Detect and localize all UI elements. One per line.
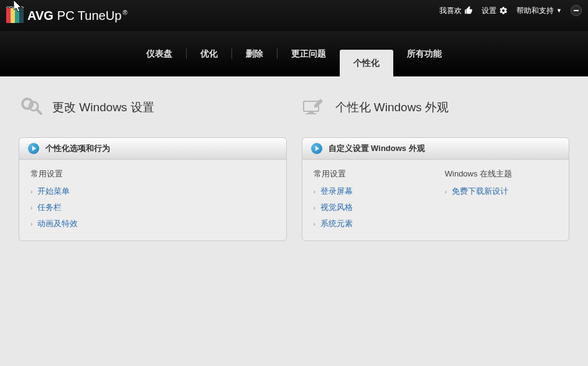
navbar: 仪表盘 优化 删除 更正问题 个性化 所有功能 bbox=[0, 31, 588, 76]
svg-rect-2 bbox=[15, 8, 19, 23]
minimize-icon bbox=[574, 10, 579, 11]
right-section-title: 个性化 Windows 外观 bbox=[335, 99, 449, 116]
play-icon bbox=[311, 143, 322, 154]
play-icon bbox=[28, 143, 39, 154]
link-start-menu[interactable]: ›开始菜单 bbox=[30, 186, 275, 197]
link-visual-style[interactable]: ›视觉风格 bbox=[314, 202, 426, 213]
chevron-right-icon: › bbox=[30, 221, 32, 227]
link-free-download[interactable]: ›免费下载新设计 bbox=[445, 186, 558, 197]
left-section-title: 更改 Windows 设置 bbox=[52, 99, 154, 116]
link-login-screen[interactable]: ›登录屏幕 bbox=[314, 186, 426, 197]
gear-search-icon bbox=[19, 95, 44, 120]
like-label: 我喜欢 bbox=[439, 6, 462, 16]
chevron-right-icon: › bbox=[314, 204, 315, 211]
left-panel-title: 个性化选项和行为 bbox=[45, 143, 110, 154]
left-panel-header[interactable]: 个性化选项和行为 bbox=[19, 138, 286, 160]
avg-logo-icon bbox=[6, 6, 24, 25]
right-subheading-left: 常用设置 bbox=[314, 168, 426, 180]
chevron-right-icon: › bbox=[30, 188, 32, 195]
thumbs-up-icon bbox=[464, 6, 473, 15]
left-subheading: 常用设置 bbox=[30, 168, 275, 180]
svg-rect-0 bbox=[6, 8, 11, 23]
brand-product: PC TuneUp® bbox=[57, 9, 128, 23]
brand-avg: AVG bbox=[27, 9, 54, 23]
monitor-brush-icon bbox=[302, 95, 327, 120]
svg-rect-8 bbox=[306, 113, 316, 114]
right-panel-header[interactable]: 自定义设置 Windows 外观 bbox=[302, 138, 569, 160]
link-taskbar[interactable]: ›任务栏 bbox=[30, 202, 275, 213]
tab-delete[interactable]: 删除 bbox=[232, 31, 277, 76]
help-label: 帮助和支持 bbox=[516, 6, 554, 16]
right-panel: 自定义设置 Windows 外观 常用设置 ›登录屏幕 ›视觉风格 ›系统元素 … bbox=[302, 137, 570, 241]
settings-button[interactable]: 设置 bbox=[482, 6, 508, 16]
left-panel: 个性化选项和行为 常用设置 ›开始菜单 ›任务栏 ›动画及特效 bbox=[19, 137, 287, 241]
help-button[interactable]: 帮助和支持 ▼ bbox=[516, 6, 562, 16]
svg-rect-3 bbox=[19, 8, 24, 23]
right-column: 个性化 Windows 外观 自定义设置 Windows 外观 常用设置 ›登录… bbox=[302, 95, 570, 366]
left-section-header: 更改 Windows 设置 bbox=[19, 95, 287, 120]
content: 更改 Windows 设置 个性化选项和行为 常用设置 ›开始菜单 ›任务栏 ›… bbox=[0, 76, 588, 366]
chevron-right-icon: › bbox=[314, 188, 315, 195]
like-button[interactable]: 我喜欢 bbox=[439, 6, 473, 16]
tab-fix[interactable]: 更正问题 bbox=[278, 31, 340, 76]
right-subheading-right: Windows 在线主题 bbox=[445, 168, 558, 180]
chevron-right-icon: › bbox=[314, 221, 315, 227]
right-panel-title: 自定义设置 Windows 外观 bbox=[329, 143, 425, 154]
link-animations[interactable]: ›动画及特效 bbox=[30, 218, 275, 229]
gear-icon bbox=[499, 6, 508, 15]
svg-rect-1 bbox=[11, 8, 15, 23]
settings-label: 设置 bbox=[482, 6, 497, 16]
tab-optimize[interactable]: 优化 bbox=[187, 31, 231, 76]
chevron-right-icon: › bbox=[445, 188, 447, 195]
right-section-header: 个性化 Windows 外观 bbox=[302, 95, 570, 120]
svg-line-5 bbox=[37, 109, 41, 114]
left-column: 更改 Windows 设置 个性化选项和行为 常用设置 ›开始菜单 ›任务栏 ›… bbox=[19, 95, 287, 366]
chevron-right-icon: › bbox=[30, 204, 32, 211]
titlebar: AVG PC TuneUp® 我喜欢 设置 帮助和支持 ▼ bbox=[0, 0, 588, 31]
minimize-button[interactable] bbox=[571, 5, 582, 16]
chevron-down-icon: ▼ bbox=[556, 7, 562, 14]
tab-all[interactable]: 所有功能 bbox=[393, 31, 455, 76]
svg-rect-7 bbox=[309, 111, 314, 113]
tab-personalize[interactable]: 个性化 bbox=[340, 50, 393, 76]
logo: AVG PC TuneUp® bbox=[6, 6, 128, 25]
tab-dashboard[interactable]: 仪表盘 bbox=[133, 31, 186, 76]
link-system-elements[interactable]: ›系统元素 bbox=[314, 218, 426, 229]
